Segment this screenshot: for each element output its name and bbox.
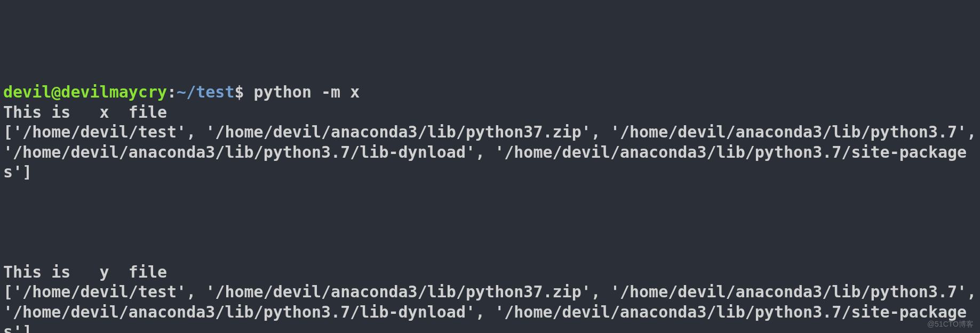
output-line-3: This is y file [3, 263, 167, 281]
prompt-user-host: devil@devilmaycry [3, 83, 167, 101]
watermark-text: @51CTO博客 [927, 320, 974, 329]
command-text: python -m x [244, 83, 360, 101]
prompt-dollar: $ [234, 83, 244, 101]
output-line-2: ['/home/devil/test', '/home/devil/anacon… [3, 123, 980, 181]
output-line-4: ['/home/devil/test', '/home/devil/anacon… [3, 282, 980, 333]
prompt-separator: : [167, 83, 177, 101]
prompt-path: ~/test [177, 83, 234, 101]
output-line-1: This is x file [3, 103, 167, 121]
terminal-content[interactable]: devil@devilmaycry:~/test$ python -m x Th… [3, 82, 977, 333]
